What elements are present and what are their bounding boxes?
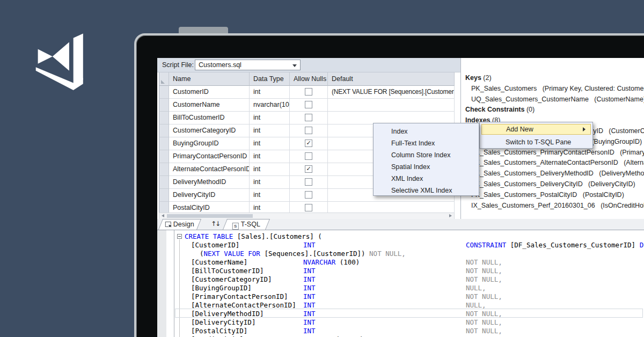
row-header-cell[interactable] [159,163,169,176]
menu-item-xml-index[interactable]: XML Index [375,173,477,184]
allow-nulls-checkbox[interactable] [305,127,312,134]
menu-item-column-store-index[interactable]: Column Store Index [375,150,477,160]
cell-default[interactable]: (NEXT VALUE FOR [Sequences].[CustomerID]… [328,86,455,99]
menu-item-switch-to-tsql[interactable]: Switch to T-SQL Pane [481,137,591,148]
cell-name[interactable]: DeliveryMethodID [169,176,250,189]
cell-name[interactable]: DeliveryCityID [169,189,250,202]
allow-nulls-checkbox[interactable] [305,88,312,96]
row-header-cell[interactable] [159,189,169,202]
allow-nulls-checkbox[interactable] [305,178,312,186]
code-line: [CustomerID]INTCONSTRAINT [DF_Sales_Cust… [157,241,644,250]
chevron-down-icon[interactable] [292,64,297,67]
cell-name[interactable]: PostalCityID [169,202,250,213]
index-type-submenu: Index Full-Text Index Column Store Index… [373,123,479,196]
code-line: [PrimaryContactPersonID]INTNOT NULL, [157,292,644,301]
grid-corner-header[interactable] [159,72,169,86]
row-header-cell[interactable] [159,176,169,189]
cell-default[interactable] [328,202,455,213]
cell-allow-nulls: ✓ [290,137,328,150]
allow-nulls-checkbox[interactable]: ✓ [305,165,312,173]
column-header-default[interactable]: Default [328,72,455,86]
cell-name[interactable]: AlternateContactPersonID [169,163,250,176]
cell-allow-nulls [290,189,328,202]
allow-nulls-checkbox[interactable] [305,101,312,108]
tsql-code-editor[interactable]: CREATE TABLE [Sales].[Customers] ([Custo… [157,230,644,337]
context-menu: Add New Switch to T-SQL Pane [479,122,593,149]
cell-allow-nulls [290,202,328,213]
code-line: [PostalCityID]INTNOT NULL, [157,327,644,335]
cell-data-type[interactable]: int [250,189,290,202]
menu-item-index[interactable]: Index [375,126,477,137]
cell-default[interactable] [328,99,455,112]
tab-design[interactable]: Design [158,219,201,230]
panel-item[interactable]: FK_Sales_Customers_PrimaryContactPersonI… [461,149,644,159]
cell-allow-nulls [290,112,328,124]
cell-data-type[interactable]: int [250,124,290,137]
allow-nulls-checkbox[interactable] [305,191,312,199]
table-row: CustomerIDint(NEXT VALUE FOR [Sequences]… [159,86,455,99]
cell-data-type[interactable]: int [250,150,290,163]
scrollbar-thumb[interactable] [167,214,253,218]
row-header-cell[interactable] [159,137,169,150]
cell-allow-nulls [290,176,328,189]
cell-data-type[interactable]: nvarchar(100) [250,99,290,112]
script-file-combobox[interactable]: Customers.sql [195,60,301,70]
panel-item[interactable]: IX_Sales_Customers_Perf_20160301_06 (IsO… [461,202,644,213]
menu-item-spatial-index[interactable]: Spatial Index [375,162,477,172]
allow-nulls-checkbox[interactable]: ✓ [305,140,312,147]
tab-tsql[interactable]: ST-SQL [223,219,270,230]
scroll-right-icon[interactable] [449,214,452,217]
cell-data-type[interactable]: int [250,163,290,176]
menu-item-add-new[interactable]: Add New [481,124,591,135]
allow-nulls-checkbox[interactable] [305,152,312,160]
panel-section-header: Keys (2) [461,74,644,85]
visual-studio-logo [32,29,102,102]
row-header-cell[interactable] [159,86,169,99]
panel-item[interactable]: FK_Sales_Customers_PostalCityID (PostalC… [461,191,644,202]
cell-name[interactable]: CustomerID [169,86,250,99]
cell-data-type[interactable]: int [250,112,290,124]
allow-nulls-checkbox[interactable] [305,204,312,211]
row-header-cell[interactable] [159,150,169,163]
panel-item[interactable]: FK_Sales_Customers_AlternateContactPerso… [461,159,644,170]
cell-data-type[interactable]: int [250,176,290,189]
cell-name[interactable]: BuyingGroupID [169,137,250,150]
cell-data-type[interactable]: int [250,137,290,150]
panel-item[interactable]: PK_Sales_Customers (Primary Key, Cluster… [461,85,644,96]
cell-name[interactable]: CustomerCategoryID [169,124,250,137]
design-tab-icon [165,222,171,227]
cell-data-type[interactable]: int [250,202,290,213]
column-header-allow-nulls[interactable]: Allow Nulls [290,72,328,86]
allow-nulls-checkbox[interactable] [305,114,312,121]
menu-item-full-text-index[interactable]: Full-Text Index [375,138,477,149]
panel-item[interactable]: FK_Sales_Customers_DeliveryCityID (Deliv… [461,180,644,191]
row-header-cell[interactable] [159,112,169,124]
script-file-value: Customers.sql [199,61,241,69]
column-header-data-type[interactable]: Data Type [250,72,290,86]
panel-item[interactable]: UQ_Sales_Customers_CustomerName (Custome… [461,96,644,106]
row-header-cell[interactable] [159,124,169,137]
row-header-cell[interactable] [159,202,169,213]
code-line: [CustomerCategoryID]INTNOT NULL, [157,275,644,284]
script-file-label: Script File: [162,61,194,69]
script-file-bar: Script File: Customers.sql [157,58,461,72]
tsql-tab-label: T-SQL [241,221,260,228]
code-line: CREATE TABLE [Sales].[Customers] ( [157,232,644,241]
code-line: [DeliveryMethodID]INTNOT NULL, [157,310,644,318]
cell-data-type[interactable]: int [250,86,290,99]
tsql-tab-icon: S [232,223,239,230]
row-header-cell[interactable] [159,99,169,112]
collapse-outline-icon[interactable] [177,234,182,239]
scroll-left-icon[interactable] [162,214,164,217]
cell-name[interactable]: PrimaryContactPersonID [169,150,250,163]
panel-item[interactable]: FK_Sales_Customers_DeliveryMethodID (Del… [461,170,644,180]
row-indicator-icon [161,80,165,84]
menu-item-selective-xml-index[interactable]: Selective XML Index [375,185,477,196]
swap-panes-button[interactable]: ↑↓ [210,220,221,229]
panel-section-header: Check Constraints (0) [461,106,644,116]
cell-name[interactable]: BillToCustomerID [169,112,250,124]
cell-allow-nulls [290,150,328,163]
column-header-name[interactable]: Name [169,72,250,86]
cell-name[interactable]: CustomerName [169,99,250,112]
cell-allow-nulls [290,124,328,137]
